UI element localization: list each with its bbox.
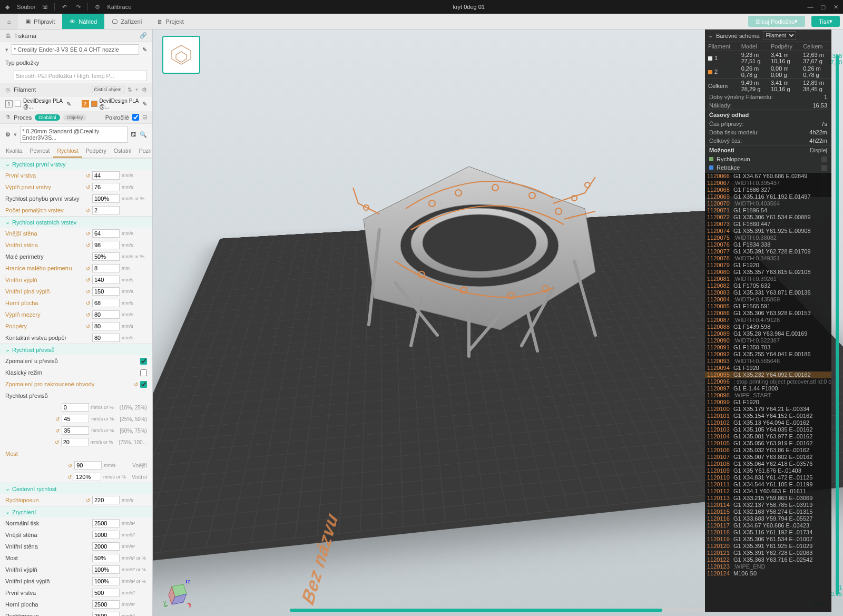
cb-slow-curve[interactable]: [140, 381, 147, 388]
reset-icon[interactable]: ↺: [86, 300, 90, 306]
gcode-line[interactable]: 1120072G1 X35.306 Y61.534 E.00889: [705, 214, 831, 221]
reset-icon[interactable]: ↺: [55, 428, 60, 434]
gcode-line[interactable]: 1120074G1 X35.391 Y61.925 E.00908: [705, 228, 831, 234]
gcode-line[interactable]: 1120091G1 F1350.783: [705, 344, 831, 351]
tab-prepare[interactable]: ▣Připravit: [18, 14, 62, 29]
reset-icon[interactable]: ↺: [86, 231, 90, 237]
gcode-line[interactable]: 1120100G1 X35.179 Y64.21 E-.00334: [705, 406, 831, 413]
gcode-line[interactable]: 1120086G1 X35.306 Y63.928 E.00153: [705, 310, 831, 317]
reset-icon[interactable]: ↺: [86, 173, 90, 179]
undo-icon[interactable]: ↶: [60, 3, 68, 11]
input-small_peri[interactable]: [92, 252, 120, 261]
sec-travel[interactable]: ⌄Cestovní rychlost: [0, 483, 152, 494]
input-support[interactable]: [92, 322, 120, 330]
gcode-line[interactable]: 1120077G1 X35.391 Y62.728 E.01709: [705, 248, 831, 255]
cb-slow-overhang[interactable]: [140, 358, 147, 365]
ptab-strength[interactable]: Pevnost: [26, 145, 54, 158]
gcode-line[interactable]: 1120109G1 X35 Y61.876 E-.01403: [705, 467, 831, 474]
advanced-toggle[interactable]: [132, 114, 139, 121]
input-small_peri_b[interactable]: [92, 264, 120, 272]
sec-accel[interactable]: ⌄Zrychlení: [0, 506, 152, 517]
reset-icon[interactable]: ↺: [86, 324, 90, 329]
input-a_bridge[interactable]: [92, 554, 120, 562]
gcode-line[interactable]: 1120097G1 E-1.44 F1800: [705, 385, 831, 392]
gcode-line[interactable]: 1120067;WIDTH:0.395437: [705, 180, 831, 187]
input-first_travel[interactable]: [92, 194, 120, 203]
slice-button[interactable]: Slicuj Podložku ▾: [748, 16, 806, 27]
save-icon[interactable]: 🖫: [41, 3, 49, 11]
input-ov-2[interactable]: [62, 426, 89, 435]
printer-select[interactable]: * Creality Ender-3 V3 SE 0.4 CHT nozzle: [12, 44, 139, 55]
print-button[interactable]: Tisk ▾: [811, 16, 840, 27]
filament-2-name[interactable]: DevilDesign PLA @...: [100, 98, 141, 110]
reset-icon[interactable]: ↺: [86, 497, 90, 503]
ptab-support[interactable]: Podpěry: [82, 145, 110, 158]
gcode-line[interactable]: 1120089G1 X35.28 Y63.984 E.00169: [705, 330, 831, 337]
display-option[interactable]: Rychloposun: [705, 155, 831, 163]
tab-home[interactable]: ⌂: [0, 14, 18, 29]
reset-icon[interactable]: ↺: [134, 382, 138, 387]
tab-project[interactable]: 🗎Projekt: [150, 14, 191, 29]
sec-first-layer[interactable]: ⌄Rychlost první vrstvy: [0, 158, 152, 170]
cb-classic[interactable]: [140, 369, 147, 376]
gcode-line[interactable]: 1120069G1 X35.116 Y61.192 E.01497: [705, 193, 831, 200]
axis-gizmo[interactable]: z x y: [162, 579, 192, 609]
input-a_solid[interactable]: [92, 577, 120, 585]
reset-icon[interactable]: ↺: [86, 266, 90, 271]
gcode-line[interactable]: 1120114G1 X32.137 Y58.785 E-.03919: [705, 502, 831, 509]
gcode-line[interactable]: 1120107G1 X35.007 Y63.802 E-.00162: [705, 454, 831, 461]
ptab-other[interactable]: Ostatní: [110, 145, 135, 158]
process-preset-select[interactable]: * 0.20mm Standard @Creality Ender3V3S...: [20, 126, 128, 143]
gcode-line[interactable]: 1120111G1 X34.544 Y61.105 E-.01199: [705, 481, 831, 488]
reset-icon[interactable]: ↺: [67, 474, 72, 480]
input-ov-1[interactable]: [62, 415, 89, 423]
input-slow_layers[interactable]: [92, 206, 120, 214]
input-a_travel[interactable]: [92, 612, 120, 616]
gcode-line[interactable]: 1120096; stop printing object pctcover.s…: [705, 378, 831, 385]
input-gap[interactable]: [92, 310, 120, 319]
preview-viewport[interactable]: Bez názvu: [153, 30, 843, 616]
reset-icon[interactable]: ↺: [86, 208, 90, 213]
gcode-line[interactable]: 1120124M106 S0: [705, 570, 831, 577]
gcode-line[interactable]: 1120123;WIPE_END: [705, 563, 831, 570]
gcode-line[interactable]: 1120108G1 X35.064 Y62.418 E-.03576: [705, 461, 831, 467]
gcode-line[interactable]: 1120099G1 F1920: [705, 399, 831, 406]
menu-calibration[interactable]: Kalibrace: [107, 4, 131, 10]
gear-icon[interactable]: ⚙: [5, 131, 11, 138]
ptab-note[interactable]: Pozná...: [135, 145, 153, 158]
filament-2-color[interactable]: [91, 101, 97, 107]
input-inner[interactable]: [92, 241, 120, 249]
gcode-line[interactable]: 1120095G1 X35.232 Y64.092 E.00182: [705, 371, 831, 378]
tab-preview[interactable]: 👁Náhled: [62, 14, 104, 29]
tab-device[interactable]: 🖵Zařízení: [104, 14, 149, 29]
gcode-line[interactable]: 1120104G1 X35.081 Y63.977 E-.00162: [705, 433, 831, 440]
gcode-line[interactable]: 1120070;WIDTH:0.403564: [705, 200, 831, 207]
gcode-line[interactable]: 1120071G1 F1896.54: [705, 207, 831, 214]
input-solid[interactable]: [92, 287, 120, 296]
redo-icon[interactable]: ↷: [74, 3, 82, 11]
gcode-line[interactable]: 1120076G1 F1834.338: [705, 241, 831, 248]
menu-file[interactable]: Soubor: [17, 4, 35, 10]
reset-icon[interactable]: ↺: [86, 184, 90, 190]
compare-icon[interactable]: ⊟: [142, 114, 147, 121]
reset-icon[interactable]: ↺: [68, 463, 72, 468]
gcode-line[interactable]: 1120075;WIDTH:0.38082: [705, 234, 831, 241]
layer-slider[interactable]: [836, 55, 839, 595]
sec-overhangs[interactable]: ⌄Rychlost převisů: [0, 344, 152, 355]
input-outer[interactable]: [92, 229, 120, 238]
input-a_first[interactable]: [92, 589, 120, 597]
input-travel[interactable]: [92, 496, 120, 504]
maximize-icon[interactable]: ▢: [819, 3, 827, 11]
reset-icon[interactable]: ↺: [55, 416, 60, 422]
display-option[interactable]: Retrakce: [705, 163, 831, 172]
collapse-icon[interactable]: ⌄: [708, 32, 713, 39]
settings-sidebar[interactable]: 🖶 Tiskárna 🔗 ▾ * Creality Ender-3 V3 SE …: [0, 30, 153, 616]
gcode-line[interactable]: 1120082G1 F1705.632: [705, 282, 831, 289]
gcode-line[interactable]: 1120098;WIPE_START: [705, 392, 831, 399]
gcode-line[interactable]: 1120073G1 F1860.447: [705, 221, 831, 228]
input-bridge-0[interactable]: [74, 461, 102, 470]
gcode-line[interactable]: 1120103G1 X35.105 Y64.035 E-.00162: [705, 426, 831, 433]
gcode-line[interactable]: 1120080G1 X35.357 Y63.815 E.02108: [705, 269, 831, 276]
input-a_top[interactable]: [92, 600, 120, 609]
input-ov-3[interactable]: [61, 438, 89, 446]
